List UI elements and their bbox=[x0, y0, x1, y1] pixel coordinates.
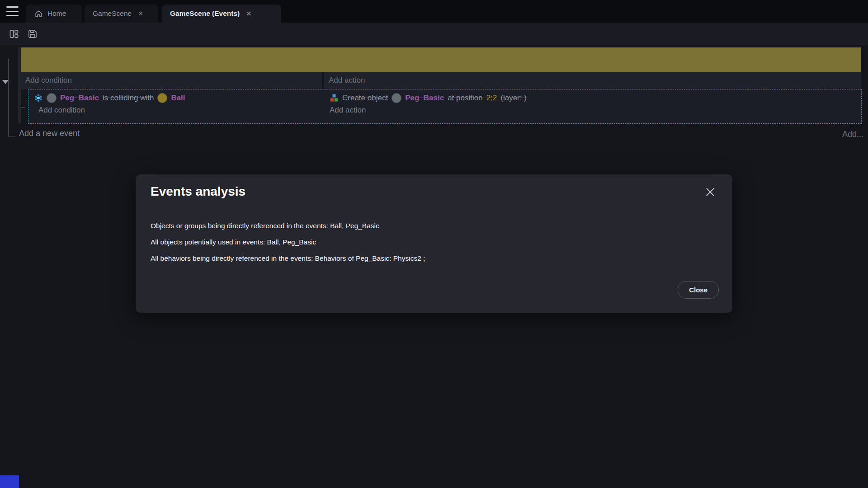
dialog-body: Objects or groups being directly referen… bbox=[151, 218, 425, 267]
tab-gamescene-events-label: GameScene (Events) bbox=[170, 9, 240, 18]
action-sentence[interactable]: Create object Peg_Basic at position 2;2 … bbox=[324, 89, 861, 103]
tree-guide-elbow bbox=[8, 136, 15, 136]
actions-column: Add action bbox=[324, 72, 861, 89]
save-button[interactable] bbox=[27, 28, 38, 39]
gdevelop-events-editor: Home GameScene ✕ GameScene (Events) ✕ Pr… bbox=[0, 0, 868, 488]
tab-home[interactable]: Home bbox=[26, 5, 82, 23]
conditions-column: Add condition bbox=[21, 72, 322, 89]
toggle-panels-button[interactable] bbox=[9, 28, 19, 39]
action-middle-text: at position bbox=[448, 94, 483, 103]
home-icon bbox=[34, 9, 43, 18]
add-action-link[interactable]: Add action bbox=[324, 72, 861, 85]
peg-basic-object-icon bbox=[47, 93, 57, 103]
tab-bar: Home GameScene ✕ GameScene (Events) ✕ bbox=[0, 0, 868, 23]
peg-basic-object-icon bbox=[392, 93, 401, 103]
create-object-action-icon bbox=[330, 94, 339, 103]
parent-event-row: Add condition Add action bbox=[21, 72, 861, 89]
hamburger-icon bbox=[6, 6, 19, 8]
collision-condition-icon bbox=[34, 94, 43, 103]
main-menu-button[interactable] bbox=[6, 6, 19, 16]
save-icon bbox=[27, 28, 38, 39]
tab-home-label: Home bbox=[47, 9, 66, 18]
analysis-line: Objects or groups being directly referen… bbox=[151, 218, 425, 234]
tree-guide-vertical bbox=[8, 59, 9, 136]
event-collapse-arrow-icon[interactable] bbox=[2, 80, 9, 84]
event-conditions-column: Peg_Basic is colliding with Ball Add con… bbox=[28, 89, 322, 123]
add-condition-link-sub[interactable]: Add condition bbox=[28, 103, 322, 115]
condition-object2: Ball bbox=[171, 94, 185, 103]
condition-sentence[interactable]: Peg_Basic is colliding with Ball bbox=[28, 89, 322, 103]
close-icon bbox=[704, 186, 716, 198]
event-actions-column: Create object Peg_Basic at position 2;2 … bbox=[324, 89, 861, 123]
analysis-line: All behaviors being directly referenced … bbox=[151, 250, 425, 267]
tab-gamescene-label: GameScene bbox=[93, 9, 132, 18]
tab-gamescene-events-close-icon[interactable]: ✕ bbox=[244, 9, 253, 18]
action-object: Peg_Basic bbox=[405, 94, 444, 103]
add-action-link-sub[interactable]: Add action bbox=[324, 103, 861, 115]
analysis-line: All objects potentially used in events: … bbox=[151, 234, 425, 250]
condition-object1: Peg_Basic bbox=[60, 94, 99, 103]
comment-block[interactable] bbox=[21, 47, 861, 72]
tab-gamescene[interactable]: GameScene ✕ bbox=[85, 5, 158, 23]
tab-gamescene-events[interactable]: GameScene (Events) ✕ bbox=[162, 5, 281, 23]
action-pre-text: Create object bbox=[342, 94, 388, 103]
condition-text: is colliding with bbox=[103, 94, 154, 103]
add-condition-link[interactable]: Add condition bbox=[21, 72, 322, 85]
add-new-event-link[interactable]: Add a new event bbox=[19, 129, 80, 138]
ball-object-icon bbox=[157, 93, 167, 103]
selected-event[interactable]: Peg_Basic is colliding with Ball Add con… bbox=[28, 89, 861, 123]
dialog-title: Events analysis bbox=[151, 184, 245, 199]
add-more-button[interactable]: Add... bbox=[842, 130, 863, 139]
panels-icon bbox=[9, 28, 19, 39]
tab-gamescene-close-icon[interactable]: ✕ bbox=[136, 9, 145, 18]
events-toolbar: Preview Publish bbox=[0, 23, 868, 45]
action-position-value: 2;2 bbox=[486, 94, 497, 103]
action-layer-text: (layer: ) bbox=[500, 94, 527, 103]
dialog-close-button[interactable] bbox=[704, 186, 716, 198]
close-button[interactable]: Close bbox=[678, 281, 719, 299]
events-analysis-dialog: Events analysis Objects or groups being … bbox=[136, 174, 732, 313]
bottom-left-blue-fragment bbox=[0, 475, 19, 488]
